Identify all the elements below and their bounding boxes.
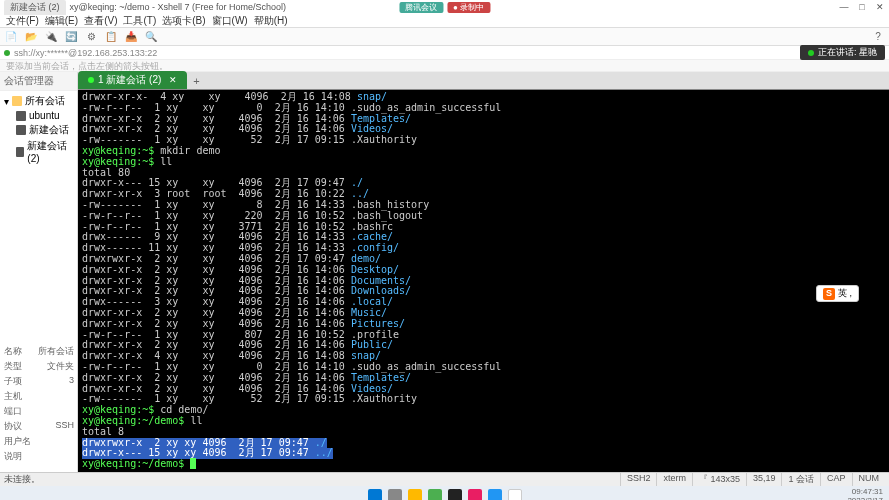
sidebar-title: 会话管理器 — [0, 72, 77, 91]
terminal-line: -rw-r--r-- 1 xy xy 220 2月 16 10:52 .bash… — [82, 211, 885, 222]
connection-status: 未连接。 — [4, 473, 40, 486]
window-titlebar: 新建会话 (2) xy@keqing: ~/demo - Xshell 7 (F… — [0, 0, 889, 14]
menu-item[interactable]: 帮助(H) — [252, 14, 290, 28]
menu-item[interactable]: 窗口(W) — [210, 14, 250, 28]
terminal-line: xy@keqing:~/demo$ ll — [82, 416, 885, 427]
copy-icon[interactable]: 📋 — [104, 30, 118, 44]
windows-taskbar: 09:47:312023/2/17 — [0, 486, 889, 500]
tab-close-icon[interactable]: ✕ — [169, 75, 177, 85]
terminal-icon[interactable] — [448, 489, 462, 500]
session-icon — [16, 111, 26, 121]
property-row: 类型文件夹 — [4, 359, 74, 374]
toolbar: 📄 📂 🔌 🔄 ⚙ 📋 📥 🔍 ? — [0, 28, 889, 46]
status-segment: CAP — [820, 473, 852, 486]
start-icon[interactable] — [368, 489, 382, 500]
terminal-line: xy@keqing:~$ cd demo/ — [82, 405, 885, 416]
menu-item[interactable]: 编辑(E) — [43, 14, 80, 28]
property-row: 说明 — [4, 449, 74, 464]
terminal-line: drwxr-xr-x 2 xy xy 4096 2月 16 14:06 Pict… — [82, 319, 885, 330]
terminal-tab-active[interactable]: 1 新建会话 (2) ✕ — [78, 71, 187, 89]
folder-icon — [12, 96, 22, 106]
terminal-line: drwxr-x--- 15 xy xy 4096 2月 17 09:47 ../ — [82, 448, 885, 459]
session-icon — [16, 147, 24, 157]
find-icon[interactable]: 🔍 — [144, 30, 158, 44]
app3-icon[interactable] — [488, 489, 502, 500]
terminal-line: drwxr-xr-x 2 xy xy 4096 2月 16 14:06 Desk… — [82, 265, 885, 276]
reconnect-icon[interactable]: 🔄 — [64, 30, 78, 44]
terminal-line: -rw-r--r-- 1 xy xy 0 2月 16 14:10 .sudo_a… — [82, 103, 885, 114]
menu-item[interactable]: 工具(T) — [121, 14, 158, 28]
session-manager-panel: 会话管理器 ▾所有会话ubuntu新建会话新建会话 (2) 名称所有会话类型文件… — [0, 72, 78, 472]
tree-root[interactable]: ▾所有会话 — [2, 93, 75, 109]
status-bar: 未连接。 SSH2xterm『 143x3535,191 会话 CAPNUM — [0, 472, 889, 486]
window-title: xy@keqing: ~/demo - Xshell 7 (Free for H… — [70, 2, 286, 12]
tree-session-item[interactable]: 新建会话 (2) — [2, 138, 75, 165]
close-button[interactable]: ✕ — [875, 2, 885, 12]
app-icon[interactable] — [428, 489, 442, 500]
terminal-line: xy@keqing:~$ mkdir demo — [82, 146, 885, 157]
new-session-icon[interactable]: 📄 — [4, 30, 18, 44]
status-segment: 『 143x35 — [692, 473, 746, 486]
property-row: 协议SSH — [4, 419, 74, 434]
new-tab-button[interactable]: + — [187, 73, 205, 89]
tree-session-item[interactable]: ubuntu — [2, 109, 75, 122]
connection-dot-icon — [4, 50, 10, 56]
meeting-indicator: 腾讯会议 ● 录制中 — [399, 2, 490, 13]
menubar: 文件(F)编辑(E)查看(V)工具(T)选项卡(B)窗口(W)帮助(H) — [0, 14, 889, 28]
address-text[interactable]: ssh://xy:******@192.168.253.133:22 — [14, 48, 157, 58]
status-segment: SSH2 — [620, 473, 657, 486]
terminal-line: total 8 — [82, 427, 885, 438]
paste-icon[interactable]: 📥 — [124, 30, 138, 44]
minimize-button[interactable]: — — [839, 2, 849, 12]
properties-icon[interactable]: ⚙ — [84, 30, 98, 44]
app2-icon[interactable] — [468, 489, 482, 500]
terminal-tabstrip: 1 新建会话 (2) ✕ + — [78, 72, 889, 90]
terminal-line: drwxr-xr-x 2 xy xy 4096 2月 16 14:06 Temp… — [82, 373, 885, 384]
window-tab[interactable]: 新建会话 (2) — [4, 0, 66, 15]
status-segment: 35,19 — [746, 473, 782, 486]
property-row: 用户名 — [4, 434, 74, 449]
status-segment: xterm — [656, 473, 692, 486]
property-row: 子项3 — [4, 374, 74, 389]
explorer-icon[interactable] — [408, 489, 422, 500]
tree-session-item[interactable]: 新建会话 — [2, 122, 75, 138]
status-segment: 1 会话 — [781, 473, 820, 486]
menu-item[interactable]: 文件(F) — [4, 14, 41, 28]
terminal-line: xy@keqing:~/demo$ — [82, 459, 885, 470]
property-row: 主机 — [4, 389, 74, 404]
search-icon[interactable] — [388, 489, 402, 500]
menu-item[interactable]: 查看(V) — [82, 14, 119, 28]
menu-item[interactable]: 选项卡(B) — [160, 14, 207, 28]
property-row: 端口 — [4, 404, 74, 419]
app4-icon[interactable] — [508, 489, 522, 500]
status-segment: NUM — [852, 473, 886, 486]
open-icon[interactable]: 📂 — [24, 30, 38, 44]
tab-status-icon — [88, 77, 94, 83]
mic-icon — [808, 50, 814, 56]
property-row: 名称所有会话 — [4, 344, 74, 359]
disconnect-icon[interactable]: 🔌 — [44, 30, 58, 44]
session-icon — [16, 125, 26, 135]
address-bar: ssh://xy:******@192.168.253.133:22 正在讲话:… — [0, 46, 889, 60]
sogou-icon: S — [823, 288, 835, 300]
system-clock[interactable]: 09:47:312023/2/17 — [847, 487, 883, 500]
terminal-line: xy@keqing:~$ ll — [82, 157, 885, 168]
ime-indicator[interactable]: S 英 , — [816, 285, 859, 302]
maximize-button[interactable]: □ — [857, 2, 867, 12]
terminal-output[interactable]: drwxr-xr-x- 4 xy xy 4096 2月 16 14:08 sna… — [78, 90, 889, 472]
help-icon[interactable]: ? — [871, 30, 885, 44]
voice-status: 正在讲话: 星驰 — [800, 45, 885, 60]
